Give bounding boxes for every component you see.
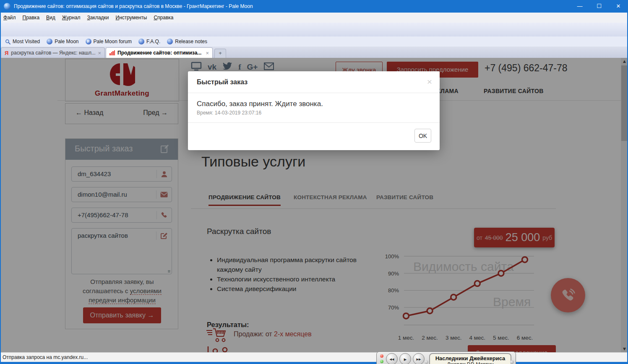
quick-order-modal: Быстрый заказ × Спасибо, заказ принят. Ж… bbox=[188, 71, 440, 150]
player-display: Наследники Джейехериса Джордж Р.Р. Марти… bbox=[429, 353, 511, 364]
modal-footer-divider bbox=[188, 122, 440, 123]
bookmark-most-visited[interactable]: Most Visited bbox=[3, 37, 42, 46]
maximize-button[interactable]: ☐ bbox=[589, 0, 609, 13]
window-controls: — ☐ ✕ bbox=[570, 0, 628, 13]
modal-close-icon[interactable]: × bbox=[427, 77, 432, 87]
media-player-popup: ◂◂ ▸ ▸▸ Наследники Джейехериса Джордж Р.… bbox=[376, 351, 516, 364]
menu-tools[interactable]: Инструменты bbox=[112, 13, 151, 23]
bookmark-pale-moon-forum[interactable]: F Pale Moon forum bbox=[83, 37, 134, 46]
player-power-led bbox=[380, 360, 383, 363]
bookmarks-toolbar: Most Visited Pale Moon F Pale Moon forum… bbox=[0, 36, 628, 47]
navigation-toolbar: ‹ › ▾ ⌂ grantmarketing.ru https://www.gr… bbox=[0, 23, 628, 36]
grantmarketing-favicon bbox=[109, 50, 115, 55]
globe-icon bbox=[167, 39, 173, 44]
player-record-led bbox=[380, 354, 383, 358]
modal-title: Быстрый заказ bbox=[197, 78, 248, 86]
tab-grantmarketing[interactable]: Продвижение сайтов: оптимиза... × bbox=[106, 47, 213, 58]
palemoon-app-icon bbox=[4, 3, 10, 10]
player-track-title: Наследники Джейехериса bbox=[430, 355, 511, 361]
menu-file[interactable]: Файл bbox=[0, 13, 19, 23]
tab-bar: Я раскрутка сайтов — Яндекс: нашл... × П… bbox=[0, 47, 628, 58]
new-tab-button[interactable]: + bbox=[214, 49, 226, 58]
window-border-left bbox=[0, 13, 1, 364]
player-track-author: Джордж Р.Р. Мартин bbox=[430, 361, 511, 364]
globe-icon bbox=[138, 39, 144, 44]
yandex-favicon: Я bbox=[5, 50, 8, 56]
modal-header: Быстрый заказ × bbox=[188, 71, 440, 93]
modal-timestamp: Время: 14-03-2019 23:07:16 bbox=[197, 110, 261, 116]
bookmark-faq[interactable]: F.A.Q. bbox=[136, 37, 163, 46]
modal-message: Спасибо, заказ принят. Ждите звонка. bbox=[197, 100, 323, 108]
window-title: Продвижение сайтов: оптимизация сайтов и… bbox=[14, 0, 253, 13]
globe-icon bbox=[47, 39, 52, 44]
player-forward-button[interactable]: ▸▸ bbox=[413, 353, 425, 364]
menu-bar: ФайлПравкаВидЖурналЗакладкиИнструментыСп… bbox=[0, 13, 628, 23]
menu-help[interactable]: Справка bbox=[150, 13, 177, 23]
bookmark-release-notes[interactable]: Release notes bbox=[164, 37, 210, 46]
menu-history[interactable]: Журнал bbox=[59, 13, 84, 23]
tab-close-icon[interactable]: × bbox=[98, 50, 101, 56]
menu-bookmarks[interactable]: Закладки bbox=[84, 13, 112, 23]
forum-globe-icon: F bbox=[86, 39, 91, 44]
status-bar: Отправка запроса на mc.yandex.ru... bbox=[0, 352, 628, 362]
tab-yandex-search[interactable]: Я раскрутка сайтов — Яндекс: нашл... × bbox=[1, 47, 105, 58]
bookmark-pale-moon[interactable]: Pale Moon bbox=[44, 37, 81, 46]
status-text: Отправка запроса на mc.yandex.ru... bbox=[3, 354, 88, 360]
close-button[interactable]: ✕ bbox=[609, 0, 628, 13]
most-visited-icon bbox=[5, 39, 10, 44]
menu-edit[interactable]: Правка bbox=[19, 13, 43, 23]
player-rewind-button[interactable]: ◂◂ bbox=[386, 353, 398, 364]
modal-ok-button[interactable]: OK bbox=[414, 129, 431, 143]
player-knob bbox=[510, 360, 514, 364]
menu-view[interactable]: Вид bbox=[43, 13, 59, 23]
player-play-button[interactable]: ▸ bbox=[399, 353, 411, 364]
window-border-bottom bbox=[0, 362, 628, 364]
tab-close-icon[interactable]: × bbox=[206, 50, 209, 56]
window-titlebar: Продвижение сайтов: оптимизация сайтов и… bbox=[0, 0, 628, 13]
player-knob bbox=[425, 360, 428, 364]
minimize-button[interactable]: — bbox=[570, 0, 589, 13]
